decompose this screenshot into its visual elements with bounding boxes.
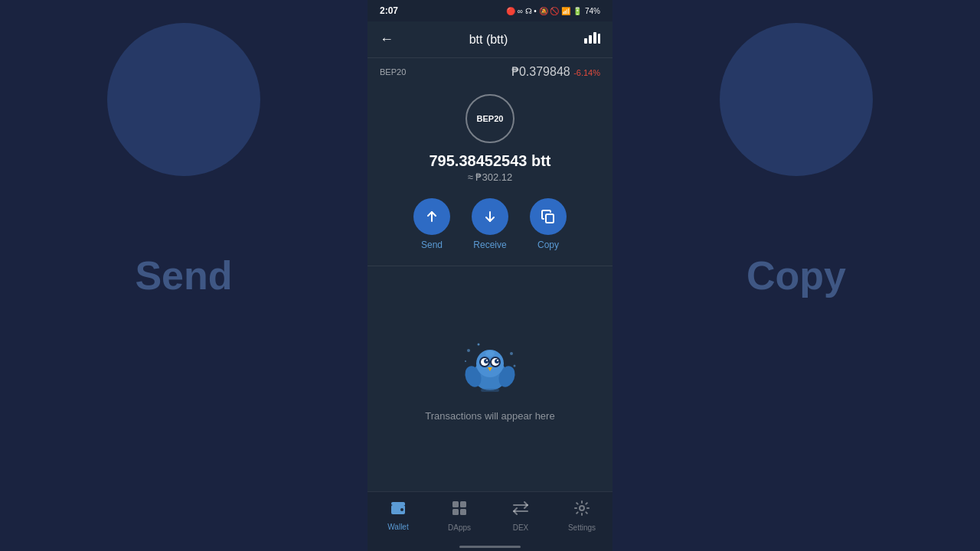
settings-label: Settings [568, 523, 596, 532]
svg-point-21 [495, 359, 499, 364]
copy-button-circle [530, 198, 567, 235]
copy-button[interactable]: Copy [530, 198, 567, 250]
nav-dapps[interactable]: DApps [429, 500, 490, 532]
token-circle-label: BEP20 [477, 114, 504, 123]
bottom-nav: Wallet DApps [368, 491, 612, 543]
phone-screen: 2:07 🔴 ∞ ☊ • 🔕 🚫 📶 🔋 74% ← btt (btt) [368, 0, 612, 551]
receive-button-circle [472, 198, 508, 235]
send-button[interactable]: Send [413, 198, 450, 250]
receive-button[interactable]: Receive [472, 198, 508, 250]
status-time: 2:07 [380, 5, 398, 16]
balance-fiat: ≈ ₱302.12 [380, 171, 600, 183]
nav-wallet[interactable]: Wallet [368, 500, 429, 531]
svg-rect-2 [593, 32, 596, 44]
dex-label: DEX [513, 523, 529, 532]
bg-left-text: Send [135, 253, 232, 298]
token-network: BEP20 [380, 67, 406, 77]
copy-label: Copy [537, 240, 559, 250]
bg-left-panel: Send [0, 0, 368, 551]
bg-right-panel: Copy [612, 0, 980, 551]
nav-settings[interactable]: Settings [551, 500, 612, 532]
send-label: Send [421, 240, 443, 250]
status-icons: 🔴 ∞ ☊ • 🔕 🚫 📶 🔋 74% [506, 7, 600, 15]
svg-rect-25 [481, 389, 499, 392]
home-indicator [368, 543, 612, 551]
svg-rect-28 [452, 501, 459, 507]
svg-point-8 [510, 352, 513, 355]
home-bar [459, 546, 521, 548]
svg-point-34 [580, 506, 584, 510]
wallet-label: Wallet [387, 523, 408, 531]
settings-icon [573, 500, 590, 520]
svg-rect-30 [452, 509, 459, 515]
svg-point-10 [514, 364, 516, 367]
token-circle-wrapper: BEP20 [368, 82, 612, 149]
svg-point-20 [484, 359, 488, 364]
dapps-icon [451, 500, 468, 520]
svg-point-9 [478, 343, 480, 345]
bg-left-circle [107, 23, 260, 176]
balance-amount: 795.38452543 btt [380, 152, 600, 170]
svg-rect-1 [589, 35, 592, 44]
back-button[interactable]: ← [380, 31, 394, 47]
svg-rect-3 [598, 34, 600, 44]
empty-mascot [459, 337, 521, 398]
svg-rect-0 [584, 38, 587, 44]
dex-icon [512, 500, 529, 520]
bg-right-circle [720, 23, 873, 176]
svg-point-7 [467, 349, 470, 352]
main-content: BEP20 ₱0.379848 -6.14% BEP20 795.3845254… [368, 58, 612, 491]
dapps-label: DApps [448, 523, 471, 532]
token-price-value: ₱0.379848 [511, 65, 570, 78]
svg-rect-29 [460, 501, 466, 507]
svg-rect-31 [460, 509, 466, 515]
svg-point-27 [400, 508, 403, 511]
token-circle: BEP20 [466, 94, 514, 143]
action-buttons: Send Receive [368, 186, 612, 266]
empty-state: Transactions will appear here [368, 266, 612, 491]
token-price-container: ₱0.379848 -6.14% [511, 64, 600, 79]
status-icons-symbols: 🔴 ∞ ☊ • 🔕 🚫 📶 🔋 [506, 7, 582, 15]
svg-point-22 [486, 360, 488, 361]
svg-point-23 [497, 360, 498, 361]
header: ← btt (btt) [368, 21, 612, 58]
wallet-icon [390, 500, 407, 520]
token-section: BEP20 ₱0.379848 -6.14% BEP20 795.3845254… [368, 58, 612, 266]
nav-dex[interactable]: DEX [490, 500, 551, 532]
status-bar: 2:07 🔴 ∞ ☊ • 🔕 🚫 📶 🔋 74% [368, 0, 612, 21]
token-meta: BEP20 ₱0.379848 -6.14% [368, 58, 612, 82]
token-price-change: -6.14% [573, 68, 600, 77]
send-button-circle [413, 198, 450, 235]
svg-point-11 [465, 360, 466, 362]
screen-wrapper: Send Copy 2:07 🔴 ∞ ☊ • 🔕 🚫 📶 🔋 74% ← btt… [0, 0, 980, 551]
token-balance: 795.38452543 btt ≈ ₱302.12 [368, 149, 612, 186]
bg-right-text: Copy [746, 253, 846, 298]
chart-icon[interactable] [583, 31, 600, 48]
empty-state-text: Transactions will appear here [425, 410, 554, 422]
battery-text: 74% [585, 7, 600, 15]
svg-rect-6 [546, 214, 554, 223]
svg-point-24 [485, 350, 495, 357]
receive-label: Receive [473, 240, 506, 250]
header-title: btt (btt) [469, 33, 508, 47]
